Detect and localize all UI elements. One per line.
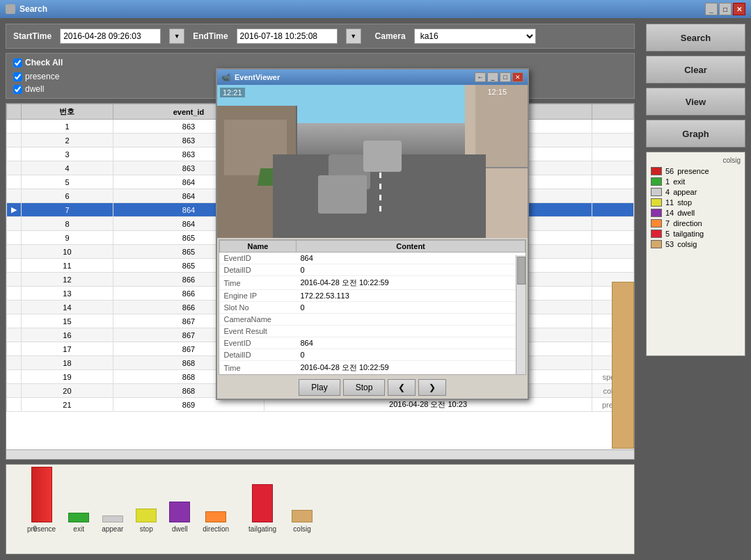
ev-data-row: Event Result bbox=[220, 326, 525, 337]
cell-tag bbox=[592, 147, 634, 161]
clear-button[interactable]: Clear bbox=[646, 56, 745, 83]
ev-cell-content: 0 bbox=[297, 302, 525, 314]
ev-cell-content: 864 bbox=[297, 337, 525, 349]
legend-item: 4 appear bbox=[651, 188, 741, 196]
cell-tag bbox=[592, 203, 634, 217]
ev-cell-content: 864 bbox=[297, 253, 525, 264]
ev-data-row: CameraName bbox=[220, 314, 525, 326]
cell-num: 9 bbox=[22, 231, 113, 245]
legend-item: 7 direction bbox=[651, 219, 741, 227]
title-bar: Search _ □ ✕ bbox=[0, 0, 751, 18]
cell-num: 20 bbox=[22, 384, 113, 398]
big-colsig-bar bbox=[612, 282, 634, 449]
ev-cell-content: 2016-04-28 오전 10:22:59 bbox=[297, 276, 525, 290]
end-time-input[interactable] bbox=[237, 29, 338, 44]
legend-label: direction bbox=[673, 219, 702, 227]
ev-scroll-thumb[interactable] bbox=[517, 257, 525, 285]
ev-data-row: Engine IP172.22.53.113 bbox=[220, 375, 525, 376]
legend-label: colsig bbox=[677, 240, 697, 248]
dwell-checkbox[interactable] bbox=[13, 85, 22, 94]
ev-data-row: EventID864 bbox=[220, 253, 525, 264]
ev-maximize-button[interactable]: □ bbox=[500, 72, 511, 82]
legend-item: 53 colsig bbox=[651, 240, 741, 248]
ev-play-button[interactable]: Play bbox=[299, 379, 340, 396]
ev-scrollbar[interactable] bbox=[516, 255, 525, 374]
legend-color-box bbox=[651, 198, 662, 207]
window-title: Search bbox=[19, 4, 47, 14]
ev-prev-button[interactable]: ❮ bbox=[388, 379, 416, 396]
row-arrow bbox=[7, 120, 22, 134]
view-button[interactable]: View bbox=[646, 88, 745, 115]
legend-count: 56 bbox=[665, 167, 674, 175]
legend-color-box bbox=[651, 219, 662, 227]
ev-back-button[interactable]: ← bbox=[475, 72, 486, 82]
legend-item: 14 dwell bbox=[651, 209, 741, 217]
legend-count: 14 bbox=[665, 209, 674, 217]
cell-num: 16 bbox=[22, 328, 113, 342]
bar-stop-label: stop bbox=[140, 525, 153, 533]
legend-count: 11 bbox=[665, 198, 674, 207]
camera-label: Camera bbox=[375, 31, 406, 41]
ev-cell-content bbox=[297, 314, 525, 326]
legend-items: 56 presence 1 exit 4 appear 11 stop 14 d… bbox=[651, 167, 741, 248]
close-button[interactable]: ✕ bbox=[733, 3, 745, 15]
row-arrow bbox=[7, 189, 22, 203]
col-arrow bbox=[7, 104, 22, 120]
bar-tailgating: tailgating bbox=[248, 484, 276, 533]
ev-cell-name: Engine IP bbox=[220, 290, 297, 302]
check-all-checkbox[interactable] bbox=[13, 58, 22, 67]
ev-stop-button[interactable]: Stop bbox=[343, 379, 385, 396]
camera-select[interactable]: ka16 bbox=[414, 29, 536, 44]
minimize-button[interactable]: _ bbox=[705, 3, 718, 15]
chart-area: 5 0 presence exit appear stop bbox=[6, 464, 635, 554]
ev-cell-content: 172.22.53.113 bbox=[297, 290, 525, 302]
colsig-label-top: colsig bbox=[651, 157, 741, 164]
legend-item: 11 stop bbox=[651, 198, 741, 207]
col-num[interactable]: 번호 bbox=[22, 104, 113, 120]
cell-tag bbox=[592, 231, 634, 245]
app-icon bbox=[6, 4, 15, 14]
ev-data-row: DetailID0 bbox=[220, 349, 525, 361]
start-time-dropdown[interactable]: ▼ bbox=[169, 29, 184, 44]
ev-cell-name: DetailID bbox=[220, 349, 297, 361]
ev-data-area: Name Content EventID864DetailID0Time2016… bbox=[219, 239, 526, 375]
legend-color-box bbox=[651, 209, 662, 217]
start-time-input[interactable] bbox=[60, 29, 161, 44]
legend-area: colsig 56 presence 1 exit 4 appear 11 st… bbox=[646, 152, 745, 356]
ev-minimize-button[interactable]: _ bbox=[487, 72, 498, 82]
legend-label: appear bbox=[673, 188, 697, 196]
search-button[interactable]: Search bbox=[646, 24, 745, 51]
ev-data-row: Engine IP172.22.53.113 bbox=[220, 290, 525, 302]
search-bar: StartTime ▼ EndTime ▼ Camera ka16 bbox=[6, 24, 635, 49]
row-arrow bbox=[7, 273, 22, 287]
legend-label: dwell bbox=[677, 209, 695, 217]
presence-checkbox[interactable] bbox=[13, 72, 22, 81]
bar-direction: direction bbox=[203, 511, 229, 533]
horizontal-scrollbar[interactable] bbox=[6, 449, 634, 459]
end-time-dropdown[interactable]: ▼ bbox=[346, 29, 361, 44]
legend-color-box bbox=[651, 177, 662, 186]
legend-label: presence bbox=[677, 167, 709, 175]
legend-label: stop bbox=[677, 198, 692, 207]
check-all-label: Check All bbox=[25, 58, 63, 67]
bar-dwell: dwell bbox=[169, 502, 190, 533]
cell-tag bbox=[592, 217, 634, 231]
row-arrow bbox=[7, 314, 22, 328]
ev-close-button[interactable]: ✕ bbox=[512, 72, 523, 82]
window-controls: _ □ ✕ bbox=[705, 3, 745, 15]
right-panel: Search Clear View Graph colsig 56 presen… bbox=[640, 18, 751, 560]
ev-next-button[interactable]: ❯ bbox=[418, 379, 446, 396]
bar-colsig-label: colsig bbox=[293, 525, 311, 533]
legend-label: tailgating bbox=[673, 230, 704, 238]
row-arrow bbox=[7, 287, 22, 301]
legend-count: 7 bbox=[665, 219, 670, 227]
ev-data-table: Name Content EventID864DetailID0Time2016… bbox=[219, 240, 525, 375]
bar-dwell-label: dwell bbox=[172, 525, 188, 533]
maximize-button[interactable]: □ bbox=[719, 3, 732, 15]
cell-num: 13 bbox=[22, 287, 113, 301]
cell-tag bbox=[592, 134, 634, 147]
graph-button[interactable]: Graph bbox=[646, 120, 745, 147]
row-arrow bbox=[7, 259, 22, 273]
ev-col-content: Content bbox=[297, 241, 525, 253]
cell-num: 19 bbox=[22, 370, 113, 384]
